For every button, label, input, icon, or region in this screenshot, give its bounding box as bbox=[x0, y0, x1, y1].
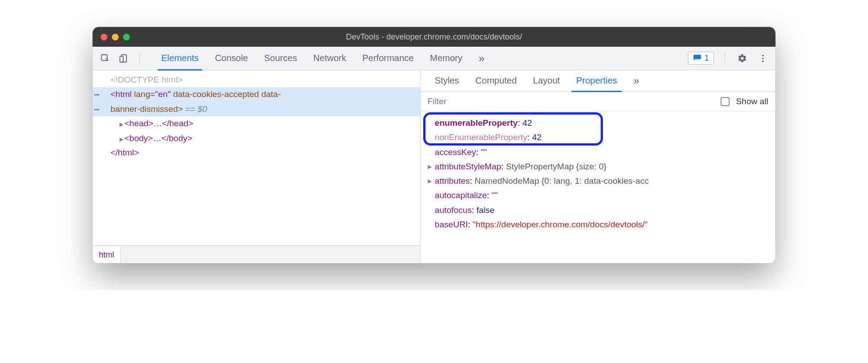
dom-doctype[interactable]: <!DOCTYPE html> bbox=[93, 73, 420, 87]
sidebar-panel: Styles Computed Layout Properties » Show… bbox=[421, 70, 775, 263]
separator bbox=[139, 53, 140, 64]
dom-html-close[interactable]: </html> bbox=[93, 146, 420, 160]
prop-row[interactable]: ▶attributeStyleMap: StylePropertyMap {si… bbox=[425, 159, 771, 174]
content-area: <!DOCTYPE html> <html lang="en" data-coo… bbox=[93, 70, 775, 263]
breadcrumb-html[interactable]: html bbox=[93, 247, 121, 262]
gear-icon[interactable] bbox=[736, 52, 748, 65]
tab-console[interactable]: Console bbox=[207, 47, 256, 70]
tab-label: Elements bbox=[161, 53, 199, 63]
tab-sources[interactable]: Sources bbox=[256, 47, 305, 70]
expand-icon[interactable]: ▶ bbox=[428, 177, 432, 186]
main-tabs: Elements Console Sources Network Perform… bbox=[153, 47, 493, 70]
filter-bar: Show all bbox=[421, 92, 775, 111]
dom-html-open[interactable]: <html lang="en" data-cookies-accepted da… bbox=[93, 87, 420, 102]
svg-point-5 bbox=[762, 60, 764, 62]
devtools-window: DevTools - developer.chrome.com/docs/dev… bbox=[93, 27, 775, 263]
tab-label: Sources bbox=[264, 53, 297, 63]
tabs-overflow-icon[interactable]: » bbox=[470, 47, 492, 70]
tab-label: Console bbox=[215, 53, 248, 63]
separator bbox=[725, 53, 725, 64]
titlebar: DevTools - developer.chrome.com/docs/dev… bbox=[93, 27, 775, 47]
subtab-styles[interactable]: Styles bbox=[427, 70, 467, 92]
properties-list[interactable]: enumerableProperty: 42 nonEnumerableProp… bbox=[421, 111, 775, 263]
kebab-icon[interactable] bbox=[757, 52, 769, 65]
inspect-icon[interactable] bbox=[99, 52, 111, 65]
prop-row[interactable]: baseURI: "https://developer.chrome.com/d… bbox=[425, 217, 771, 232]
svg-point-4 bbox=[762, 58, 764, 59]
prop-row[interactable]: autocapitalize: "" bbox=[425, 188, 771, 203]
badge-count: 1 bbox=[704, 53, 709, 63]
elements-panel: <!DOCTYPE html> <html lang="en" data-coo… bbox=[93, 70, 421, 263]
svg-point-3 bbox=[762, 54, 764, 56]
subtab-properties[interactable]: Properties bbox=[568, 70, 625, 92]
prop-row[interactable]: enumerableProperty: 42 bbox=[425, 116, 771, 130]
tab-label: Performance bbox=[363, 53, 414, 63]
breadcrumb-bar: html bbox=[93, 245, 420, 263]
prop-row[interactable]: autofocus: false bbox=[425, 203, 771, 217]
close-icon[interactable] bbox=[101, 34, 107, 40]
sidebar-tabs: Styles Computed Layout Properties » bbox=[421, 70, 775, 92]
zoom-icon[interactable] bbox=[123, 34, 130, 40]
feedback-badge[interactable]: 1 bbox=[688, 52, 714, 65]
svg-rect-2 bbox=[120, 56, 123, 62]
filter-input[interactable] bbox=[428, 97, 715, 106]
subtabs-overflow-icon[interactable]: » bbox=[625, 70, 647, 92]
expand-icon[interactable]: ▶ bbox=[428, 162, 432, 171]
tab-label: Network bbox=[313, 53, 346, 63]
tab-elements[interactable]: Elements bbox=[153, 47, 207, 70]
expand-icon[interactable]: ▶ bbox=[120, 136, 124, 142]
expand-icon[interactable]: ▶ bbox=[120, 121, 124, 128]
device-toggle-icon[interactable] bbox=[118, 52, 130, 65]
subtab-layout[interactable]: Layout bbox=[525, 70, 568, 92]
main-toolbar: Elements Console Sources Network Perform… bbox=[93, 47, 775, 70]
dom-tree[interactable]: <!DOCTYPE html> <html lang="en" data-coo… bbox=[93, 70, 420, 245]
tab-network[interactable]: Network bbox=[305, 47, 354, 70]
showall-checkbox[interactable] bbox=[721, 97, 730, 106]
prop-row[interactable]: ▶attributes: NamedNodeMap {0: lang, 1: d… bbox=[425, 174, 771, 188]
tab-performance[interactable]: Performance bbox=[354, 47, 422, 70]
prop-row[interactable]: accessKey: "" bbox=[425, 145, 771, 159]
showall-label: Show all bbox=[736, 97, 768, 106]
tab-label: Memory bbox=[430, 53, 462, 63]
prop-row[interactable]: nonEnumerableProperty: 42 bbox=[425, 130, 771, 145]
minimize-icon[interactable] bbox=[112, 34, 119, 40]
window-title: DevTools - developer.chrome.com/docs/dev… bbox=[93, 32, 775, 42]
traffic-lights bbox=[101, 34, 130, 40]
dom-html-open-2[interactable]: banner-dismissed> == $0 bbox=[93, 102, 420, 116]
tab-memory[interactable]: Memory bbox=[422, 47, 470, 70]
dom-head[interactable]: ▶<head>…</head> bbox=[93, 116, 420, 131]
subtab-computed[interactable]: Computed bbox=[467, 70, 525, 92]
dom-body[interactable]: ▶<body>…</body> bbox=[93, 131, 420, 146]
